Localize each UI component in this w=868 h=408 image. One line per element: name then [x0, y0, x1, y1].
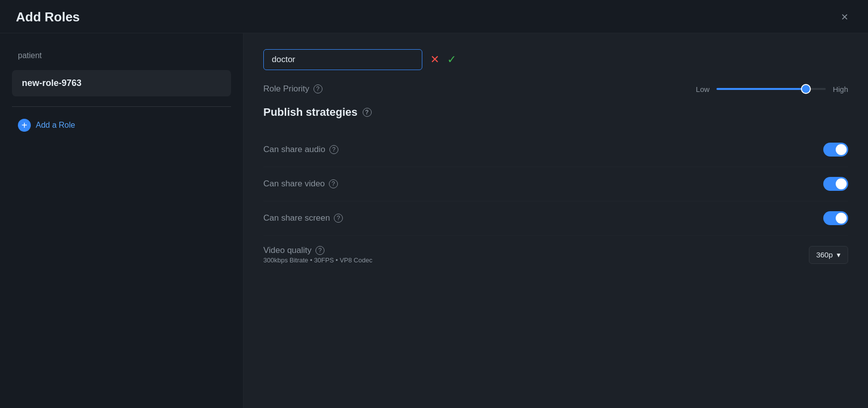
can-share-screen-toggle[interactable] — [823, 211, 848, 225]
role-priority-help-icon[interactable]: ? — [314, 84, 322, 93]
can-share-audio-row: Can share audio ? — [263, 133, 848, 167]
role-priority-row: Role Priority ? Low High — [263, 84, 848, 94]
close-button[interactable]: × — [837, 9, 852, 25]
publish-strategies-header: Publish strategies ? — [263, 106, 848, 119]
can-share-screen-help-icon[interactable]: ? — [334, 214, 343, 223]
can-share-video-help-icon[interactable]: ? — [329, 179, 338, 188]
can-share-audio-help-icon[interactable]: ? — [329, 145, 338, 154]
sidebar-item-new-role[interactable]: new-role-9763 — [12, 70, 231, 96]
sidebar-divider — [12, 106, 231, 107]
role-name-row: ✕ ✓ — [263, 49, 848, 70]
can-share-audio-toggle[interactable] — [823, 143, 848, 157]
modal-title: Add Roles — [16, 9, 80, 25]
chevron-down-icon: ▾ — [837, 250, 841, 259]
role-name-input[interactable] — [263, 49, 422, 70]
priority-low-label: Low — [696, 85, 710, 93]
sidebar: patient new-role-9763 + Add a Role — [0, 33, 243, 408]
can-share-audio-label: Can share audio ? — [263, 145, 338, 155]
add-role-label: Add a Role — [36, 121, 75, 130]
publish-strategies-help-icon[interactable]: ? — [363, 108, 372, 117]
can-share-screen-label: Can share screen ? — [263, 213, 343, 223]
can-share-video-label: Can share video ? — [263, 179, 338, 189]
cancel-icon[interactable]: ✕ — [430, 53, 439, 66]
role-priority-label: Role Priority ? — [263, 84, 322, 94]
can-share-screen-thumb — [836, 213, 847, 224]
video-quality-help-icon[interactable]: ? — [316, 246, 324, 255]
add-role-icon: + — [18, 119, 31, 132]
priority-control: Low High — [696, 85, 848, 93]
video-quality-select[interactable]: 360p ▾ — [809, 246, 848, 264]
sidebar-existing-role: patient — [12, 49, 231, 62]
modal-header: Add Roles × — [0, 0, 868, 33]
video-quality-label-group: Video quality ? 300kbps Bitrate • 30FPS … — [263, 245, 372, 264]
modal-body: patient new-role-9763 + Add a Role ✕ ✓ R… — [0, 33, 868, 408]
priority-high-label: High — [833, 85, 848, 93]
add-role-button[interactable]: + Add a Role — [12, 117, 231, 134]
modal: Add Roles × patient new-role-9763 + Add … — [0, 0, 868, 408]
can-share-audio-thumb — [836, 144, 847, 155]
video-quality-row: Video quality ? 300kbps Bitrate • 30FPS … — [263, 236, 848, 274]
video-quality-sub: 300kbps Bitrate • 30FPS • VP8 Codec — [263, 256, 372, 264]
can-share-video-thumb — [836, 178, 847, 189]
main-content: ✕ ✓ Role Priority ? Low High Publish str… — [243, 33, 868, 408]
can-share-video-row: Can share video ? — [263, 167, 848, 201]
confirm-icon[interactable]: ✓ — [447, 53, 456, 66]
can-share-screen-row: Can share screen ? — [263, 201, 848, 236]
video-quality-label: Video quality ? — [263, 245, 372, 255]
can-share-video-toggle[interactable] — [823, 177, 848, 191]
priority-slider[interactable] — [716, 88, 826, 90]
